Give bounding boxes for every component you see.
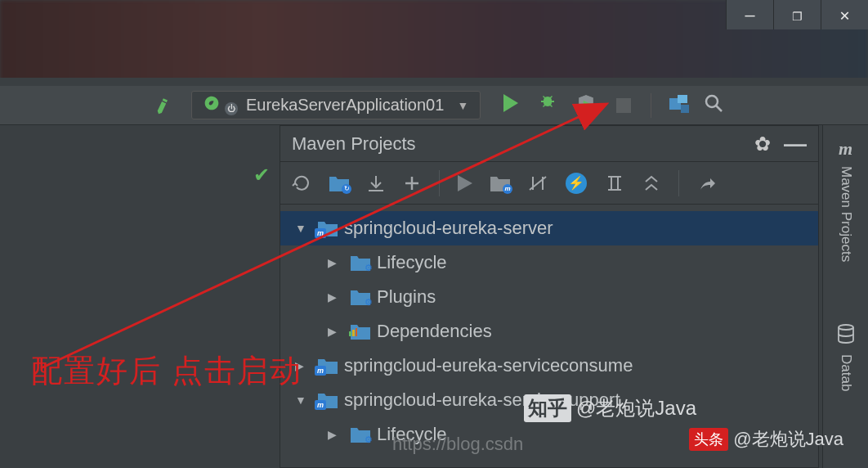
tree-item-label: Dependencies — [377, 321, 492, 342]
toggle-skip-tests-button[interactable]: ⚡ — [566, 173, 587, 194]
chevron-down-icon: ▼ — [457, 99, 468, 112]
tree-row[interactable]: ▼mspringcloud-eureka-server — [280, 211, 818, 245]
tree-row[interactable]: ▶Dependencies — [280, 314, 818, 349]
database-icon — [837, 324, 855, 348]
folder-icon: m — [318, 358, 338, 374]
folder-icon — [351, 323, 370, 340]
tree-item-label: springcloud-eureka-server — [344, 218, 553, 239]
tree-row[interactable]: ▶mspringcloud-eureka-serviceconsume — [280, 349, 818, 383]
search-everywhere-button[interactable] — [704, 93, 723, 118]
chevron-right-icon[interactable]: ▶ — [328, 325, 344, 338]
folder-icon: m — [318, 392, 338, 408]
svg-rect-2 — [681, 105, 689, 113]
reimport-button[interactable] — [292, 173, 311, 193]
run-with-coverage-button[interactable] — [575, 93, 597, 118]
tree-item-label: Plugins — [377, 286, 436, 308]
svg-point-19 — [839, 325, 853, 330]
tree-row[interactable]: ▶⚙Lifecycle — [280, 245, 818, 280]
chevron-down-icon[interactable]: ▼ — [295, 394, 311, 407]
tree-item-label: Lifecycle — [377, 252, 447, 273]
right-tool-dock: m Maven Projects Datab — [822, 125, 868, 468]
panel-header: Maven Projects ✿ — — [280, 126, 818, 162]
svg-rect-18 — [356, 328, 357, 336]
annotation-label: 配置好后 点击启动 — [31, 350, 302, 392]
close-button[interactable]: ✕ — [821, 0, 868, 29]
project-structure-button[interactable] — [669, 95, 689, 116]
generate-sources-button[interactable]: ↻ — [329, 175, 349, 191]
panel-settings-button[interactable]: ✿ — [754, 133, 771, 155]
maven-settings-button[interactable] — [697, 173, 717, 193]
maven-toolbar: ↻ m ⚡ — [280, 162, 818, 205]
zhihu-watermark: 知乎 @老炮说Java — [524, 394, 696, 422]
folder-icon: m — [318, 220, 338, 236]
svg-rect-1 — [678, 95, 687, 103]
build-icon[interactable] — [152, 91, 178, 119]
tree-row[interactable]: ▶⚙Plugins — [280, 280, 818, 314]
debug-button[interactable] — [538, 93, 557, 118]
run-button[interactable] — [502, 94, 518, 117]
window-controls: — ❐ ✕ — [726, 0, 868, 33]
chevron-right-icon[interactable]: ▶ — [328, 256, 344, 269]
folder-icon: ⚙ — [351, 289, 370, 305]
run-configuration-dropdown[interactable]: ⏻ EurekaServerApplication01 ▼ — [191, 91, 481, 119]
toggle-offline-button[interactable] — [528, 173, 548, 193]
add-maven-project-button[interactable] — [403, 174, 421, 192]
csdn-watermark: https://blog.csdn — [392, 434, 523, 455]
tree-item-label: springcloud-eureka-serviceconsume — [344, 355, 633, 376]
status-checkmark-icon: ✔ — [253, 164, 270, 187]
stop-button[interactable] — [616, 98, 631, 113]
svg-point-3 — [706, 96, 718, 107]
run-config-label: EurekaServerApplication01 — [246, 96, 444, 115]
maximize-button[interactable]: ❐ — [773, 0, 821, 29]
svg-rect-17 — [352, 330, 355, 336]
svg-line-4 — [716, 106, 722, 111]
maven-icon: m — [839, 138, 852, 160]
chevron-down-icon[interactable]: ▼ — [295, 222, 311, 235]
collapse-all-button[interactable] — [642, 174, 660, 192]
minimize-button[interactable]: — — [726, 0, 773, 29]
panel-title: Maven Projects — [292, 133, 754, 155]
database-tab[interactable]: Datab — [837, 268, 855, 398]
run-config-badge-icon: ⏻ — [225, 102, 238, 115]
toolbar-separator — [678, 170, 679, 196]
maven-projects-tab[interactable]: m Maven Projects — [838, 132, 854, 268]
folder-icon: ⚙ — [351, 254, 370, 271]
download-sources-button[interactable] — [367, 174, 385, 192]
run-maven-build-button[interactable] — [458, 175, 472, 191]
execute-maven-goal-button[interactable]: m — [490, 175, 510, 191]
toutiao-watermark: 头条 @老炮说Java — [689, 427, 843, 452]
folder-icon: ⚙ — [351, 426, 370, 443]
panel-hide-button[interactable]: — — [784, 131, 807, 157]
spring-boot-icon — [204, 95, 220, 115]
chevron-right-icon[interactable]: ▶ — [328, 290, 344, 304]
toolbar-separator — [651, 93, 651, 118]
svg-rect-16 — [349, 331, 351, 336]
toolbar-separator — [439, 170, 440, 196]
main-toolbar: ⏻ EurekaServerApplication01 ▼ — [0, 86, 868, 125]
chevron-right-icon[interactable]: ▶ — [328, 428, 344, 441]
show-dependencies-button[interactable] — [605, 173, 624, 193]
